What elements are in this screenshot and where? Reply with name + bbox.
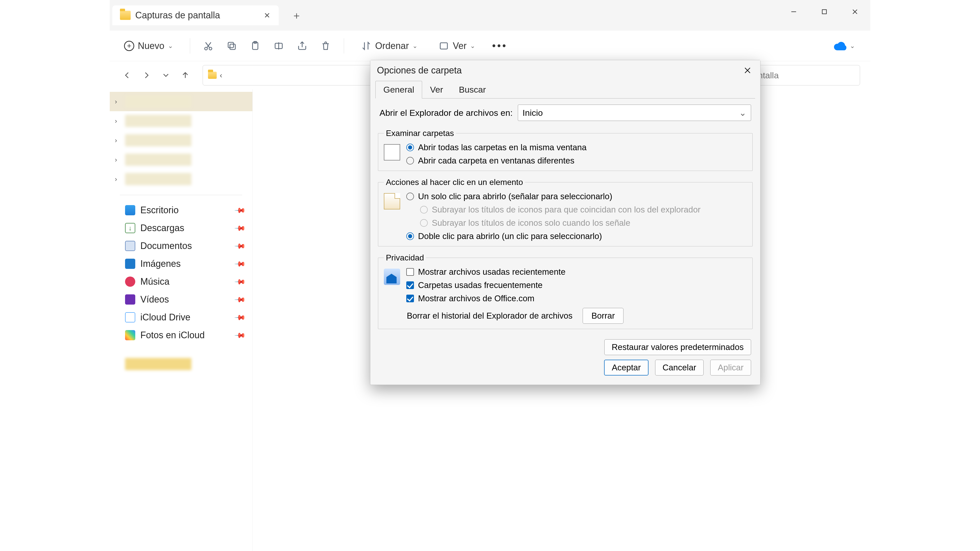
tab-view[interactable]: Ver [422,81,451,98]
tab-bar: Capturas de pantalla ✕ ＋ [110,0,870,30]
paste-icon[interactable] [250,41,261,51]
window-controls [778,0,870,24]
svg-rect-7 [228,42,234,48]
tab-title: Capturas de pantalla [135,10,220,21]
delete-icon[interactable] [320,41,331,51]
tree-item[interactable]: › [110,92,252,111]
pin-icon: 📌 [234,258,246,270]
pin-icon: 📌 [234,275,246,288]
file-cursor-icon [384,193,400,210]
apply-button[interactable]: Aplicar [710,360,751,375]
sidebar-item-documents[interactable]: Documentos📌 [110,237,252,255]
sidebar-item-icloud-photos[interactable]: Fotos en iCloud📌 [110,326,252,344]
radio-icon [406,192,414,200]
sidebar-item-label: Documentos [140,241,192,251]
tab-screenshots[interactable]: Capturas de pantalla ✕ [112,5,279,25]
radio-icon [406,157,414,165]
chevron-right-icon: › [115,117,117,125]
open-in-combo[interactable]: Inicio ⌄ [518,105,751,121]
cancel-button[interactable]: Cancelar [655,360,703,375]
browse-legend: Examinar carpetas [384,129,456,138]
tab-search[interactable]: Buscar [451,81,494,98]
chevron-down-icon: ⌄ [412,42,417,49]
cut-icon[interactable] [203,41,213,51]
window-icon [384,144,400,160]
privacy-icon [384,268,400,285]
pin-icon: 📌 [234,204,246,216]
pictures-icon [125,259,135,269]
plus-circle-icon: + [124,41,134,51]
minimize-button[interactable] [778,0,809,24]
more-button[interactable]: ••• [492,40,508,52]
check-frequent-folders[interactable]: Carpetas usadas frecuentemente [406,280,747,290]
click-legend: Acciones al hacer clic en un elemento [384,178,525,187]
tree-item[interactable]: › [110,169,252,189]
open-in-label: Abrir el Explorador de archivos en: [380,108,513,118]
downloads-icon: ↓ [125,223,135,233]
radio-same-window[interactable]: Abrir todas las carpetas en la misma ven… [406,143,747,152]
forward-button[interactable] [139,68,154,83]
sidebar-item-desktop[interactable]: Escritorio📌 [110,201,252,219]
sidebar-item-videos[interactable]: Vídeos📌 [110,291,252,308]
check-office-files[interactable]: Mostrar archivos de Office.com [406,294,747,303]
chevron-down-icon: ⌄ [168,42,173,49]
radio-icon [420,206,428,213]
recent-button[interactable] [159,68,173,83]
new-button[interactable]: + Nuevo ⌄ [120,38,177,54]
desktop-icon [125,205,135,215]
pin-icon: 📌 [234,240,246,252]
radio-icon [406,144,414,151]
close-window-button[interactable] [840,0,870,24]
checkbox-icon [406,268,414,276]
maximize-button[interactable] [809,0,840,24]
clear-button[interactable]: Borrar [583,308,624,324]
clear-history-label: Borrar el historial del Explorador de ar… [407,311,573,321]
music-icon [125,276,135,287]
ok-button[interactable]: Aceptar [604,360,649,375]
radio-underline-browser: Subrayar los títulos de iconos para que … [420,205,747,214]
chevron-right-icon: › [115,175,117,183]
combo-value: Inicio [523,108,543,118]
icloud-photos-icon [125,330,135,340]
tree-item[interactable] [110,354,252,374]
folder-options-dialog: Opciones de carpeta General Ver Buscar A… [370,60,760,385]
dialog-title: Opciones de carpeta [377,65,462,76]
view-button[interactable]: Ver ⌄ [434,38,479,54]
rename-icon[interactable] [273,41,284,51]
sidebar-item-label: Descargas [140,223,184,233]
check-recent-files[interactable]: Mostrar archivos usadas recientemente [406,267,747,277]
privacy-legend: Privacidad [384,253,426,262]
copy-icon[interactable] [226,41,237,51]
sidebar-item-label: Imágenes [140,259,181,269]
onedrive-status[interactable]: ⌄ [834,41,855,51]
tree-item[interactable]: › [110,111,252,130]
sort-label: Ordenar [375,41,409,51]
tree-item[interactable]: › [110,150,252,169]
share-icon[interactable] [297,41,307,51]
sidebar-item-label: Escritorio [140,205,179,216]
restore-defaults-button[interactable]: Restaurar valores predeterminados [605,339,751,355]
sidebar-item-music[interactable]: Música📌 [110,273,252,291]
sidebar-item-icloud-drive[interactable]: iCloud Drive📌 [110,308,252,326]
sort-icon [361,41,372,51]
click-actions-group: Acciones al hacer clic en un elemento Un… [378,178,752,246]
sidebar-item-downloads[interactable]: ↓Descargas📌 [110,219,252,237]
radio-diff-window[interactable]: Abrir cada carpeta en ventanas diferente… [406,156,747,165]
pin-icon: 📌 [234,329,246,341]
videos-icon [125,294,135,305]
close-tab-icon[interactable]: ✕ [263,11,271,19]
svg-rect-6 [230,44,235,49]
up-button[interactable] [178,68,192,83]
chevron-right-icon: › [115,156,117,164]
radio-single-click[interactable]: Un solo clic para abrirlo (señalar para … [406,192,747,201]
folder-icon [208,72,217,79]
view-label: Ver [453,41,466,51]
dialog-close-button[interactable] [741,64,754,76]
radio-double-click[interactable]: Doble clic para abrirlo (un clic para se… [406,231,747,241]
tab-general[interactable]: General [375,81,422,98]
sort-button[interactable]: Ordenar ⌄ [357,38,422,54]
tree-item[interactable]: › [110,130,252,150]
back-button[interactable] [120,68,134,83]
sidebar-item-pictures[interactable]: Imágenes📌 [110,255,252,273]
add-tab-button[interactable]: ＋ [289,8,304,23]
